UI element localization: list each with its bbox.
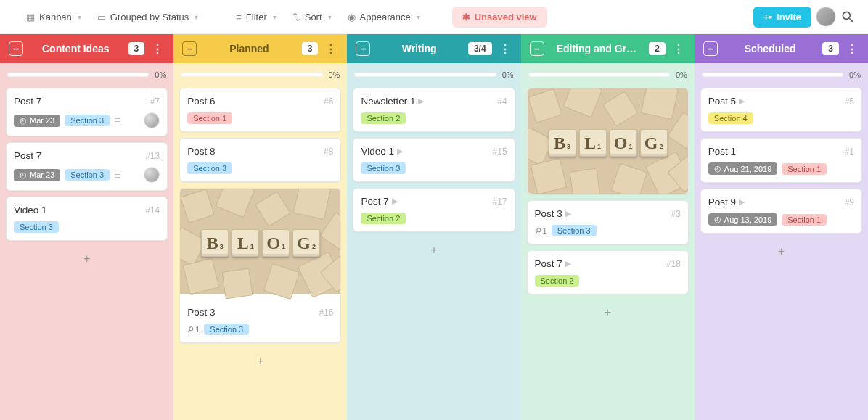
tag-pill[interactable]: Section 1 <box>782 163 827 175</box>
card[interactable]: Post 7▶#18Section 2 <box>527 250 689 295</box>
collapse-icon[interactable]: – <box>530 41 544 56</box>
card[interactable]: Post 5▶#5Section 4 <box>700 88 862 132</box>
invite-label: Invite <box>777 12 801 22</box>
column-menu-icon[interactable]: ⋮ <box>671 42 686 56</box>
progress-percent: 0% <box>676 70 687 79</box>
tag-pill[interactable]: Section 3 <box>361 162 406 174</box>
tag-pill[interactable]: Section 2 <box>361 112 406 124</box>
tag-pill[interactable]: Section 1 <box>782 214 827 226</box>
column-body: 0%Post 7#7Mar 23Section 3≣Post 7#13Mar 2… <box>0 63 173 420</box>
view-label: Kanban <box>39 12 72 22</box>
card[interactable]: B3L1O1G2Post 3#161Section 3 <box>179 188 341 343</box>
add-card-button[interactable]: + <box>353 238 515 263</box>
collapse-icon[interactable]: – <box>182 41 197 56</box>
column-scheduled: – Scheduled 3 ⋮0%Post 5▶#5Section 4Post … <box>695 34 868 420</box>
card[interactable]: B3L1O1G2 <box>527 88 689 194</box>
column-header: – Editing and Gr… 2 ⋮ <box>521 34 695 63</box>
sort-button[interactable]: ⇅ Sort ▾ <box>287 7 337 27</box>
tag-pill[interactable]: Section 3 <box>552 225 597 236</box>
card-title: Post 9▶ <box>708 197 745 207</box>
progress-bar <box>181 73 322 77</box>
card-number: #18 <box>666 259 681 269</box>
card[interactable]: Post 7#13Mar 23Section 3≣ <box>6 142 168 191</box>
card[interactable]: Post 1#1Aug 21, 2019Section 1 <box>700 138 862 183</box>
card[interactable]: Post 6#6Section 1 <box>179 88 341 132</box>
search-icon[interactable] <box>840 9 855 24</box>
card[interactable]: Post 7▶#17Section 2 <box>353 188 515 232</box>
column-menu-icon[interactable]: ⋮ <box>845 42 859 56</box>
tag-pill[interactable]: Section 2 <box>361 213 406 224</box>
add-card-button[interactable]: + <box>6 247 168 271</box>
card-title: Post 7▶ <box>535 258 571 269</box>
user-avatar[interactable] <box>816 7 836 27</box>
column-header: – Scheduled 3 ⋮ <box>695 34 868 63</box>
collapse-icon[interactable]: – <box>9 41 23 56</box>
column-menu-icon[interactable]: ⋮ <box>324 42 338 56</box>
card-title: Newsletter 1▶ <box>361 96 424 107</box>
play-icon: ▶ <box>565 209 571 218</box>
tag-pill[interactable]: Section 3 <box>65 169 110 181</box>
collapse-icon[interactable]: – <box>703 41 718 56</box>
add-card-button[interactable]: + <box>700 239 862 264</box>
svg-line-1 <box>850 19 853 22</box>
tag-pill[interactable]: Section 1 <box>187 112 232 124</box>
view-switcher[interactable]: ▦ Kanban ▾ <box>20 7 87 27</box>
column-title: Planned <box>202 43 296 54</box>
top-toolbar: ▦ Kanban ▾ ▭ Grouped by Status ▾ ≡ Filte… <box>0 0 868 34</box>
assignee-avatar[interactable] <box>144 167 160 183</box>
card-number: #16 <box>319 308 333 318</box>
column-header: – Writing 3/4 ⋮ <box>347 34 520 63</box>
card-number: #14 <box>145 205 160 215</box>
card-number: #6 <box>324 96 333 107</box>
tag-pill[interactable]: Section 3 <box>204 324 249 335</box>
card-title: Post 1 <box>708 146 736 157</box>
card[interactable]: Post 8#8Section 3 <box>179 138 341 182</box>
filter-button[interactable]: ≡ Filter ▾ <box>230 7 282 27</box>
card[interactable]: Post 9▶#9Aug 13, 2019Section 1 <box>700 189 862 234</box>
card-number: #17 <box>493 197 507 207</box>
card[interactable]: Newsletter 1▶#4Section 2 <box>353 88 515 132</box>
card-title: Post 5▶ <box>708 96 745 107</box>
collapse-icon[interactable]: – <box>356 41 370 56</box>
sort-label: Sort <box>305 12 322 22</box>
card-number: #15 <box>493 147 507 157</box>
card-title: Post 7▶ <box>361 196 397 207</box>
group-by-button[interactable]: ▭ Grouped by Status ▾ <box>91 7 204 27</box>
column-body: 0%Post 6#6Section 1Post 8#8Section 3B3L1… <box>173 63 347 420</box>
kanban-board: – Content Ideas 3 ⋮0%Post 7#7Mar 23Secti… <box>0 34 868 420</box>
add-card-button[interactable]: + <box>179 349 341 374</box>
tag-pill[interactable]: Section 3 <box>14 221 59 233</box>
progress-percent: 0% <box>329 70 340 79</box>
card-number: #3 <box>671 209 680 219</box>
card[interactable]: Video 1#14Section 3 <box>6 197 168 241</box>
tag-pill[interactable]: Section 2 <box>535 275 580 287</box>
column-planned: – Planned 3 ⋮0%Post 6#6Section 1Post 8#8… <box>173 34 347 420</box>
column-menu-icon[interactable]: ⋮ <box>498 42 512 56</box>
progress-percent: 0% <box>849 70 861 79</box>
card[interactable]: Post 7#7Mar 23Section 3≣ <box>6 88 168 136</box>
card[interactable]: Video 1▶#15Section 3 <box>353 138 515 182</box>
card[interactable]: Post 3▶#31Section 3 <box>527 200 689 244</box>
card-image: B3L1O1G2 <box>180 189 340 294</box>
svg-point-0 <box>843 12 850 19</box>
assignee-avatar[interactable] <box>144 112 160 128</box>
progress-row: 0% <box>700 69 862 82</box>
progress-bar <box>354 73 496 77</box>
chevron-down-icon: ▾ <box>273 13 277 21</box>
progress-percent: 0% <box>155 70 166 79</box>
column-menu-icon[interactable]: ⋮ <box>150 42 165 56</box>
column-title: Writing <box>376 43 462 54</box>
add-card-button[interactable]: + <box>527 300 689 325</box>
invite-button[interactable]: +▪ Invite <box>753 7 811 28</box>
card-number: #9 <box>845 197 854 207</box>
tag-pill[interactable]: Section 3 <box>65 115 110 126</box>
tag-pill[interactable]: Section 3 <box>187 162 232 174</box>
unsaved-view-button[interactable]: ✱ Unsaved view <box>452 7 547 28</box>
filter-icon: ≡ <box>236 12 242 22</box>
tag-pill[interactable]: Section 4 <box>708 112 753 124</box>
appearance-button[interactable]: ◉ Appearance ▾ <box>342 7 426 27</box>
chevron-down-icon: ▾ <box>195 13 198 21</box>
card-number: #8 <box>324 147 333 157</box>
card-number: #7 <box>150 96 160 107</box>
card-number: #1 <box>845 147 854 157</box>
